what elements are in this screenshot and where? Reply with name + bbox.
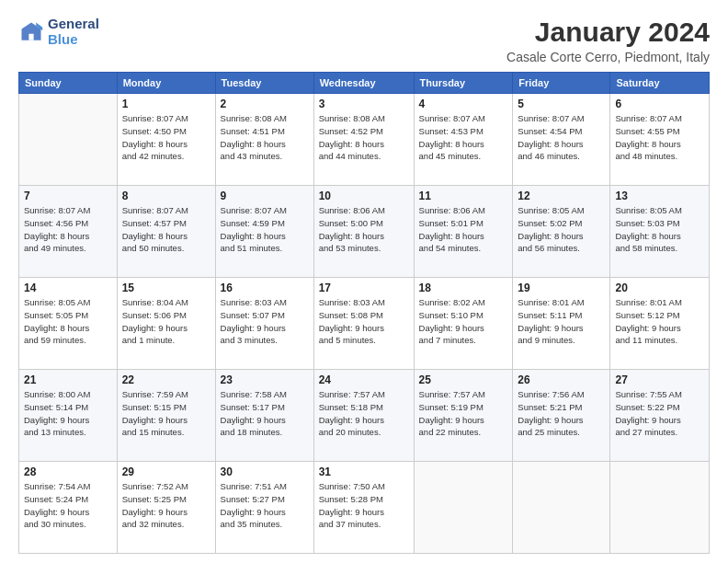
title-block: January 2024 Casale Corte Cerro, Piedmon…	[506, 17, 710, 64]
day-number: 21	[24, 373, 112, 386]
day-info: Sunrise: 8:01 AMSunset: 5:12 PMDaylight:…	[615, 296, 704, 347]
day-number: 20	[615, 282, 704, 294]
day-info: Sunrise: 7:57 AMSunset: 5:19 PMDaylight:…	[419, 388, 508, 439]
main-title: January 2024	[506, 17, 710, 48]
calendar-header: SundayMondayTuesdayWednesdayThursdayFrid…	[19, 73, 710, 94]
day-cell: 27Sunrise: 7:55 AMSunset: 5:22 PMDayligh…	[610, 370, 710, 462]
day-cell: 28Sunrise: 7:54 AMSunset: 5:24 PMDayligh…	[19, 462, 118, 554]
day-number: 7	[24, 190, 112, 202]
day-cell: 23Sunrise: 7:58 AMSunset: 5:17 PMDayligh…	[215, 370, 313, 462]
day-info: Sunrise: 7:50 AMSunset: 5:28 PMDaylight:…	[319, 480, 409, 531]
day-cell: 21Sunrise: 8:00 AMSunset: 5:14 PMDayligh…	[19, 370, 118, 462]
day-number: 2	[221, 98, 309, 110]
day-number: 14	[24, 282, 112, 294]
day-cell: 18Sunrise: 8:02 AMSunset: 5:10 PMDayligh…	[414, 278, 513, 370]
week-row-1: 1Sunrise: 8:07 AMSunset: 4:50 PMDaylight…	[19, 94, 710, 186]
day-cell	[513, 462, 610, 554]
day-cell	[19, 94, 118, 186]
day-info: Sunrise: 8:03 AMSunset: 5:07 PMDaylight:…	[221, 296, 309, 347]
day-number: 17	[319, 282, 409, 294]
day-cell: 2Sunrise: 8:08 AMSunset: 4:51 PMDaylight…	[215, 94, 313, 186]
week-row-4: 21Sunrise: 8:00 AMSunset: 5:14 PMDayligh…	[19, 370, 710, 462]
day-cell: 25Sunrise: 7:57 AMSunset: 5:19 PMDayligh…	[414, 370, 513, 462]
day-info: Sunrise: 7:59 AMSunset: 5:15 PMDaylight:…	[122, 388, 210, 439]
logo-line1: General	[48, 17, 99, 32]
day-cell: 29Sunrise: 7:52 AMSunset: 5:25 PMDayligh…	[117, 462, 215, 554]
day-number: 6	[615, 98, 704, 110]
day-number: 29	[122, 465, 210, 478]
day-cell	[610, 462, 710, 554]
day-cell: 15Sunrise: 8:04 AMSunset: 5:06 PMDayligh…	[117, 278, 215, 370]
day-number: 22	[122, 373, 210, 386]
day-number: 31	[319, 465, 409, 478]
day-number: 25	[419, 373, 508, 386]
day-number: 4	[419, 98, 508, 110]
day-info: Sunrise: 8:07 AMSunset: 4:59 PMDaylight:…	[221, 204, 309, 255]
day-info: Sunrise: 8:07 AMSunset: 4:56 PMDaylight:…	[24, 204, 112, 255]
day-number: 18	[419, 282, 508, 294]
day-info: Sunrise: 7:58 AMSunset: 5:17 PMDaylight:…	[221, 388, 309, 439]
logo-line2: Blue	[48, 32, 99, 48]
day-cell: 17Sunrise: 8:03 AMSunset: 5:08 PMDayligh…	[313, 278, 414, 370]
page: General Blue January 2024 Casale Corte C…	[0, 0, 728, 563]
day-info: Sunrise: 8:07 AMSunset: 4:57 PMDaylight:…	[122, 204, 210, 255]
day-cell: 12Sunrise: 8:05 AMSunset: 5:02 PMDayligh…	[513, 186, 610, 278]
day-cell: 5Sunrise: 8:07 AMSunset: 4:54 PMDaylight…	[513, 94, 610, 186]
day-number: 30	[221, 465, 309, 478]
week-row-3: 14Sunrise: 8:05 AMSunset: 5:05 PMDayligh…	[19, 278, 710, 370]
logo: General Blue	[18, 17, 99, 47]
day-number: 3	[319, 98, 409, 110]
weekday-header-sunday: Sunday	[19, 73, 118, 94]
day-cell: 11Sunrise: 8:06 AMSunset: 5:01 PMDayligh…	[414, 186, 513, 278]
day-cell: 8Sunrise: 8:07 AMSunset: 4:57 PMDaylight…	[117, 186, 215, 278]
day-cell: 10Sunrise: 8:06 AMSunset: 5:00 PMDayligh…	[313, 186, 414, 278]
day-cell: 13Sunrise: 8:05 AMSunset: 5:03 PMDayligh…	[610, 186, 710, 278]
day-info: Sunrise: 8:04 AMSunset: 5:06 PMDaylight:…	[122, 296, 210, 347]
weekday-header-tuesday: Tuesday	[215, 73, 313, 94]
day-info: Sunrise: 8:03 AMSunset: 5:08 PMDaylight:…	[319, 296, 409, 347]
day-number: 13	[615, 190, 704, 202]
day-number: 8	[122, 190, 210, 202]
day-cell	[414, 462, 513, 554]
calendar-body: 1Sunrise: 8:07 AMSunset: 4:50 PMDaylight…	[19, 94, 710, 554]
subtitle: Casale Corte Cerro, Piedmont, Italy	[506, 50, 710, 64]
day-info: Sunrise: 7:54 AMSunset: 5:24 PMDaylight:…	[24, 480, 112, 531]
day-cell: 16Sunrise: 8:03 AMSunset: 5:07 PMDayligh…	[215, 278, 313, 370]
day-info: Sunrise: 8:01 AMSunset: 5:11 PMDaylight:…	[518, 296, 605, 347]
logo-icon	[18, 19, 44, 45]
day-number: 9	[221, 190, 309, 202]
day-cell: 9Sunrise: 8:07 AMSunset: 4:59 PMDaylight…	[215, 186, 313, 278]
day-number: 16	[221, 282, 309, 294]
day-info: Sunrise: 8:06 AMSunset: 5:00 PMDaylight:…	[319, 204, 409, 255]
calendar-table: SundayMondayTuesdayWednesdayThursdayFrid…	[18, 72, 710, 554]
day-info: Sunrise: 7:57 AMSunset: 5:18 PMDaylight:…	[319, 388, 409, 439]
day-cell: 7Sunrise: 8:07 AMSunset: 4:56 PMDaylight…	[19, 186, 118, 278]
week-row-5: 28Sunrise: 7:54 AMSunset: 5:24 PMDayligh…	[19, 462, 710, 554]
weekday-header-saturday: Saturday	[610, 73, 710, 94]
day-info: Sunrise: 7:55 AMSunset: 5:22 PMDaylight:…	[615, 388, 704, 439]
weekday-header-friday: Friday	[513, 73, 610, 94]
day-number: 19	[518, 282, 605, 294]
day-info: Sunrise: 7:52 AMSunset: 5:25 PMDaylight:…	[122, 480, 210, 531]
header: General Blue January 2024 Casale Corte C…	[18, 17, 710, 64]
day-cell: 4Sunrise: 8:07 AMSunset: 4:53 PMDaylight…	[414, 94, 513, 186]
day-number: 15	[122, 282, 210, 294]
day-info: Sunrise: 8:06 AMSunset: 5:01 PMDaylight:…	[419, 204, 508, 255]
day-cell: 22Sunrise: 7:59 AMSunset: 5:15 PMDayligh…	[117, 370, 215, 462]
day-info: Sunrise: 8:07 AMSunset: 4:54 PMDaylight:…	[518, 112, 605, 163]
day-info: Sunrise: 8:00 AMSunset: 5:14 PMDaylight:…	[24, 388, 112, 439]
day-cell: 26Sunrise: 7:56 AMSunset: 5:21 PMDayligh…	[513, 370, 610, 462]
day-info: Sunrise: 7:56 AMSunset: 5:21 PMDaylight:…	[518, 388, 605, 439]
day-cell: 3Sunrise: 8:08 AMSunset: 4:52 PMDaylight…	[313, 94, 414, 186]
day-cell: 20Sunrise: 8:01 AMSunset: 5:12 PMDayligh…	[610, 278, 710, 370]
day-info: Sunrise: 8:02 AMSunset: 5:10 PMDaylight:…	[419, 296, 508, 347]
day-number: 10	[319, 190, 409, 202]
day-info: Sunrise: 8:07 AMSunset: 4:50 PMDaylight:…	[122, 112, 210, 163]
day-cell: 31Sunrise: 7:50 AMSunset: 5:28 PMDayligh…	[313, 462, 414, 554]
day-info: Sunrise: 8:07 AMSunset: 4:55 PMDaylight:…	[615, 112, 704, 163]
day-info: Sunrise: 8:05 AMSunset: 5:02 PMDaylight:…	[518, 204, 605, 255]
day-info: Sunrise: 8:08 AMSunset: 4:52 PMDaylight:…	[319, 112, 409, 163]
svg-rect-2	[28, 33, 33, 40]
day-cell: 1Sunrise: 8:07 AMSunset: 4:50 PMDaylight…	[117, 94, 215, 186]
week-row-2: 7Sunrise: 8:07 AMSunset: 4:56 PMDaylight…	[19, 186, 710, 278]
